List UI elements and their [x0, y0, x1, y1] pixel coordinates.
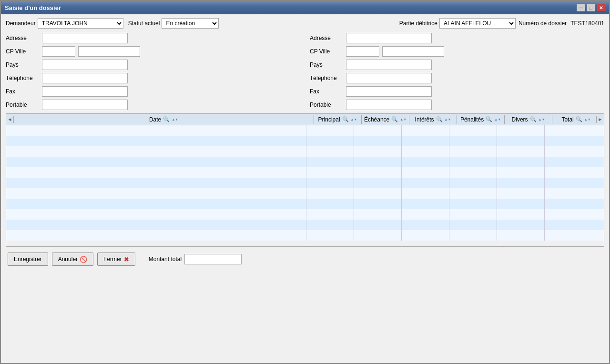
col-divers-label: Divers [512, 116, 528, 123]
main-window: Saisie d'un dossier ─ □ ✕ Demandeur TRAV… [0, 0, 610, 364]
cell-penalites [449, 167, 497, 178]
col-header-penalites: Pénalités 🔍 ▲▼ [457, 115, 505, 124]
statut-group: Statut actuel En création En cours Clôtu… [128, 18, 219, 29]
table-row [6, 157, 604, 167]
cell-interets [402, 146, 449, 157]
cell-date [6, 125, 306, 136]
search-interets-icon[interactable]: 🔍 [436, 116, 443, 122]
scroll-right-button[interactable]: ► [596, 116, 604, 123]
search-total-icon[interactable]: 🔍 [576, 116, 582, 122]
table-row [6, 167, 604, 178]
col-echeance-label: Échéance [364, 116, 389, 123]
fermer-button[interactable]: Fermer ✖ [97, 253, 135, 266]
demandeur-label: Demandeur [6, 20, 36, 27]
cell-total [545, 188, 592, 199]
maximize-button[interactable]: □ [587, 4, 595, 11]
partie-debitrice-label: Partie débitrice [399, 20, 437, 27]
close-button[interactable]: ✕ [597, 4, 605, 11]
table-row [6, 209, 604, 220]
search-divers-icon[interactable]: 🔍 [530, 116, 537, 122]
col-interets-label: Intérêts [415, 116, 434, 123]
cell-echeance [354, 125, 402, 136]
left-telephone-input[interactable] [42, 73, 128, 83]
cell-date [6, 146, 306, 157]
table-row [6, 199, 604, 209]
cell-date [6, 157, 306, 167]
demandeur-select[interactable]: TRAVOLTA JOHN [38, 18, 123, 29]
table-columns: Date 🔍 ▲▼ Principal 🔍 ▲▼ Échéance 🔍 [14, 115, 596, 124]
montant-label: Montant total [149, 256, 182, 263]
right-cp-input[interactable] [346, 46, 379, 57]
enregistrer-button[interactable]: Enregistrer [8, 253, 48, 266]
cell-date [6, 209, 306, 220]
cell-principal [306, 188, 354, 199]
cell-date [6, 136, 306, 146]
annuler-button[interactable]: Annuler 🚫 [52, 253, 93, 266]
sort-penalites-icon[interactable]: ▲▼ [494, 118, 501, 121]
sort-divers-icon[interactable]: ▲▼ [539, 118, 545, 121]
search-echeance-icon[interactable]: 🔍 [391, 116, 398, 122]
statut-select[interactable]: En création En cours Clôturé [162, 18, 219, 29]
scroll-left-button[interactable]: ◄ [6, 116, 14, 123]
cell-principal [306, 167, 354, 178]
cell-interets [402, 220, 449, 230]
left-telephone-label: Téléphone [6, 75, 39, 81]
sort-interets-icon[interactable]: ▲▼ [445, 118, 451, 121]
cell-interets [402, 188, 449, 199]
cell-date [6, 178, 306, 188]
left-telephone-row: Téléphone [6, 72, 300, 84]
cell-divers [497, 167, 545, 178]
cell-total [545, 220, 592, 230]
search-date-icon[interactable]: 🔍 [163, 116, 170, 122]
right-cp-row: CP Ville [310, 46, 604, 57]
left-adresse-label: Adresse [6, 35, 39, 41]
table-row [6, 136, 604, 146]
right-portable-input[interactable] [346, 100, 432, 110]
cell-interets [402, 199, 449, 209]
cell-divers [497, 146, 545, 157]
cell-interets [402, 136, 449, 146]
fermer-icon: ✖ [124, 256, 129, 263]
left-cp-input[interactable] [42, 46, 75, 57]
left-portable-input[interactable] [42, 100, 128, 110]
cell-principal [306, 157, 354, 167]
left-pays-input[interactable] [42, 60, 128, 70]
table-header: ◄ Date 🔍 ▲▼ Principal 🔍 ▲▼ [6, 114, 604, 125]
cell-total [545, 178, 592, 188]
left-fax-label: Fax [6, 88, 39, 95]
table-row [6, 125, 604, 136]
right-pays-input[interactable] [346, 60, 432, 70]
search-principal-icon[interactable]: 🔍 [342, 116, 349, 122]
sort-total-icon[interactable]: ▲▼ [584, 118, 591, 121]
montant-input[interactable] [184, 254, 242, 264]
right-telephone-input[interactable] [346, 73, 432, 83]
left-ville-input[interactable] [78, 46, 140, 57]
table-body [6, 125, 604, 246]
sort-echeance-icon[interactable]: ▲▼ [400, 118, 407, 121]
left-adresse-input[interactable] [42, 33, 128, 43]
right-fax-input[interactable] [346, 86, 432, 97]
form-section: Adresse CP Ville Pays Téléphone F [6, 32, 604, 111]
cell-interets [402, 178, 449, 188]
sort-principal-icon[interactable]: ▲▼ [351, 118, 357, 121]
right-adresse-input[interactable] [346, 33, 432, 43]
left-fax-input[interactable] [42, 86, 128, 97]
minimize-button[interactable]: ─ [577, 4, 585, 11]
table-row [6, 220, 604, 230]
cell-interets [402, 157, 449, 167]
right-form-col: Adresse CP Ville Pays Téléphone F [310, 32, 604, 111]
window-controls: ─ □ ✕ [577, 4, 605, 11]
table-row [6, 146, 604, 157]
left-portable-row: Portable [6, 99, 300, 111]
cell-echeance [354, 178, 402, 188]
search-penalites-icon[interactable]: 🔍 [486, 116, 492, 122]
top-right-group: Partie débitrice ALAIN AFFLELOU Numéro d… [399, 18, 604, 29]
right-ville-input[interactable] [382, 46, 444, 57]
cell-divers [497, 178, 545, 188]
cell-penalites [449, 178, 497, 188]
window-title: Saisie d'un dossier [5, 4, 61, 11]
right-telephone-label: Téléphone [310, 75, 343, 81]
partie-debitrice-select[interactable]: ALAIN AFFLELOU [439, 18, 516, 29]
sort-date-icon[interactable]: ▲▼ [172, 118, 178, 121]
numero-dossier-value: TEST180401 [570, 20, 604, 27]
